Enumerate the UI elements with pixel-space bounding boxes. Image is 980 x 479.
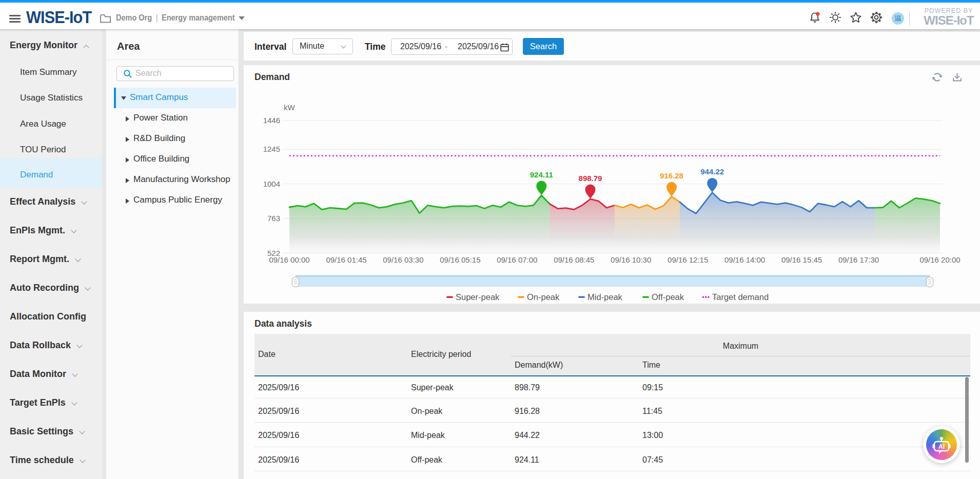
svg-text:09/16 03:30: 09/16 03:30 [383, 255, 423, 264]
svg-text:Mid-peak: Mid-peak [587, 292, 623, 302]
svg-text:1245: 1245 [263, 145, 280, 153]
svg-text:09/16 17:30: 09/16 17:30 [838, 255, 879, 264]
svg-text:763: 763 [267, 214, 280, 223]
svg-text:898.79: 898.79 [579, 174, 602, 183]
svg-text:09/16 01:45: 09/16 01:45 [326, 255, 366, 264]
svg-text:AI: AI [938, 443, 945, 450]
svg-text:Target demand: Target demand [712, 292, 769, 302]
svg-text:09/16 12:15: 09/16 12:15 [668, 255, 708, 264]
svg-text:1004: 1004 [263, 179, 280, 188]
svg-text:09/16 00:00: 09/16 00:00 [269, 255, 309, 264]
svg-text:09/16 15:45: 09/16 15:45 [781, 255, 822, 264]
svg-text:09/16 05:15: 09/16 05:15 [440, 255, 480, 264]
svg-text:924.11: 924.11 [530, 170, 553, 179]
svg-text:kW: kW [284, 103, 296, 112]
svg-text:On-peak: On-peak [527, 292, 560, 302]
svg-text:09/16 08:45: 09/16 08:45 [554, 255, 594, 264]
svg-text:1446: 1446 [263, 116, 280, 125]
svg-text:916.28: 916.28 [660, 171, 683, 180]
svg-text:Super-peak: Super-peak [456, 292, 500, 302]
svg-text:09/16 14:00: 09/16 14:00 [724, 255, 765, 264]
svg-text:09/16 07:00: 09/16 07:00 [497, 255, 537, 264]
svg-text:944.22: 944.22 [700, 167, 724, 176]
svg-text:09/16 10:30: 09/16 10:30 [611, 255, 651, 264]
svg-text:09/16 20:00: 09/16 20:00 [919, 255, 960, 264]
svg-text:Off-peak: Off-peak [652, 292, 684, 302]
